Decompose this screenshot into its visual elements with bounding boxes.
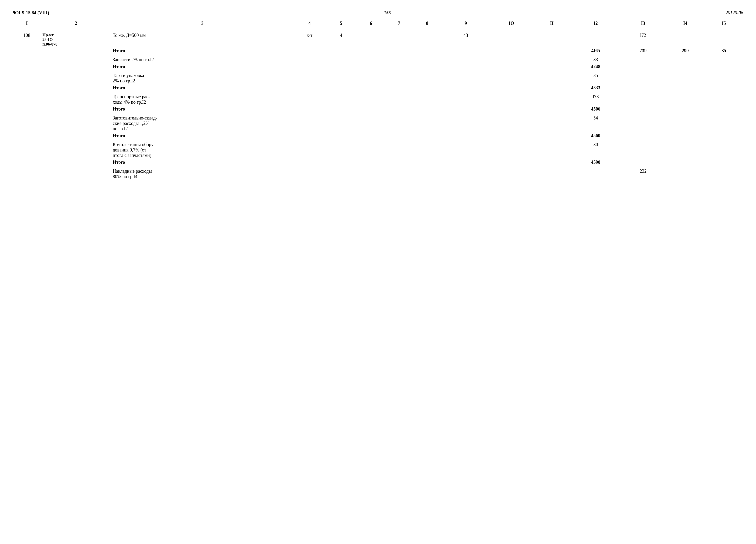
cell-unit	[294, 115, 325, 132]
col-header-11: II	[532, 19, 571, 28]
cell-7	[385, 72, 413, 84]
cell-8	[413, 106, 441, 113]
cell-6	[357, 132, 385, 139]
cell-9	[441, 93, 490, 106]
cell-12: 4333	[571, 84, 620, 91]
cell-ref: Пр-нт 23-IO п.06-070	[41, 32, 111, 47]
cell-10	[490, 63, 533, 70]
cell-10	[490, 93, 533, 106]
cell-id	[13, 132, 41, 139]
cell-7	[385, 56, 413, 63]
cell-8	[413, 132, 441, 139]
cell-qty	[325, 84, 357, 91]
cell-6	[357, 168, 385, 180]
cell-id	[13, 84, 41, 91]
cell-6	[357, 106, 385, 113]
cell-7	[385, 168, 413, 180]
cell-8	[413, 47, 441, 54]
subtotal-row: Итого4I6573929035	[13, 47, 743, 54]
cell-description: Итого	[111, 159, 294, 166]
col-header-9: 9	[441, 19, 490, 28]
cell-15	[705, 115, 743, 132]
note-row: Запчасти 2% по гр.I283	[13, 56, 743, 63]
cell-10	[490, 47, 533, 54]
main-table-container: I 2 3 4 5 6 7 8 9 IO II I2 I3 I4 I5 108П…	[13, 19, 743, 180]
cell-unit	[294, 168, 325, 180]
cell-6	[357, 32, 385, 47]
cell-10	[490, 56, 533, 63]
cell-unit	[294, 141, 325, 159]
cell-ref	[41, 56, 111, 63]
cell-14	[666, 106, 705, 113]
cell-qty	[325, 56, 357, 63]
header-right: 20120-06	[726, 10, 743, 16]
cell-8	[413, 93, 441, 106]
cell-15	[705, 168, 743, 180]
cell-13	[620, 56, 666, 63]
column-header-row: I 2 3 4 5 6 7 8 9 IO II I2 I3 I4 I5	[13, 19, 743, 28]
cell-ref	[41, 84, 111, 91]
cell-qty	[325, 141, 357, 159]
cell-description: Итого	[111, 63, 294, 70]
row-spacer	[13, 166, 743, 168]
note-row: Заготовительно-склад- ские расходы 1,2% …	[13, 115, 743, 132]
cell-id	[13, 168, 41, 180]
cell-9	[441, 132, 490, 139]
cell-13	[620, 63, 666, 70]
cell-11	[532, 56, 571, 63]
col-header-7: 7	[385, 19, 413, 28]
col-header-14: I4	[666, 19, 705, 28]
cell-7	[385, 32, 413, 47]
cell-10	[490, 141, 533, 159]
cell-id	[13, 47, 41, 54]
cell-12: 83	[571, 56, 620, 63]
col-header-12: I2	[571, 19, 620, 28]
cell-unit	[294, 84, 325, 91]
cell-15	[705, 159, 743, 166]
cell-11	[532, 47, 571, 54]
cell-10	[490, 106, 533, 113]
cell-8	[413, 72, 441, 84]
cell-13	[620, 141, 666, 159]
cell-9: 43	[441, 32, 490, 47]
cell-6	[357, 159, 385, 166]
spacer-row	[13, 28, 743, 32]
cell-ref	[41, 106, 111, 113]
cell-qty	[325, 63, 357, 70]
cell-15	[705, 84, 743, 91]
cell-7	[385, 63, 413, 70]
cell-8	[413, 168, 441, 180]
cell-15	[705, 132, 743, 139]
cell-6	[357, 72, 385, 84]
cell-8	[413, 63, 441, 70]
cell-qty	[325, 168, 357, 180]
cell-description: Запчасти 2% по гр.I2	[111, 56, 294, 63]
cell-10	[490, 132, 533, 139]
cell-13: I72	[620, 32, 666, 47]
cell-qty: 4	[325, 32, 357, 47]
cell-ref	[41, 132, 111, 139]
cell-description: Итого	[111, 84, 294, 91]
cell-9	[441, 72, 490, 84]
cell-14	[666, 168, 705, 180]
cell-unit	[294, 63, 325, 70]
cell-9	[441, 115, 490, 132]
cell-id	[13, 159, 41, 166]
cell-13: 739	[620, 47, 666, 54]
cell-11	[532, 132, 571, 139]
header-left: 9OI-9-15.84 (VIII)	[13, 10, 49, 16]
col-header-5: 5	[325, 19, 357, 28]
cell-7	[385, 115, 413, 132]
cell-14	[666, 84, 705, 91]
cell-unit	[294, 93, 325, 106]
col-header-8: 8	[413, 19, 441, 28]
cell-qty	[325, 115, 357, 132]
cell-qty	[325, 159, 357, 166]
cell-12	[571, 168, 620, 180]
main-table: I 2 3 4 5 6 7 8 9 IO II I2 I3 I4 I5 108П…	[13, 19, 743, 180]
cell-9	[441, 106, 490, 113]
cell-7	[385, 106, 413, 113]
cell-13	[620, 132, 666, 139]
cell-10	[490, 32, 533, 47]
cell-unit	[294, 132, 325, 139]
